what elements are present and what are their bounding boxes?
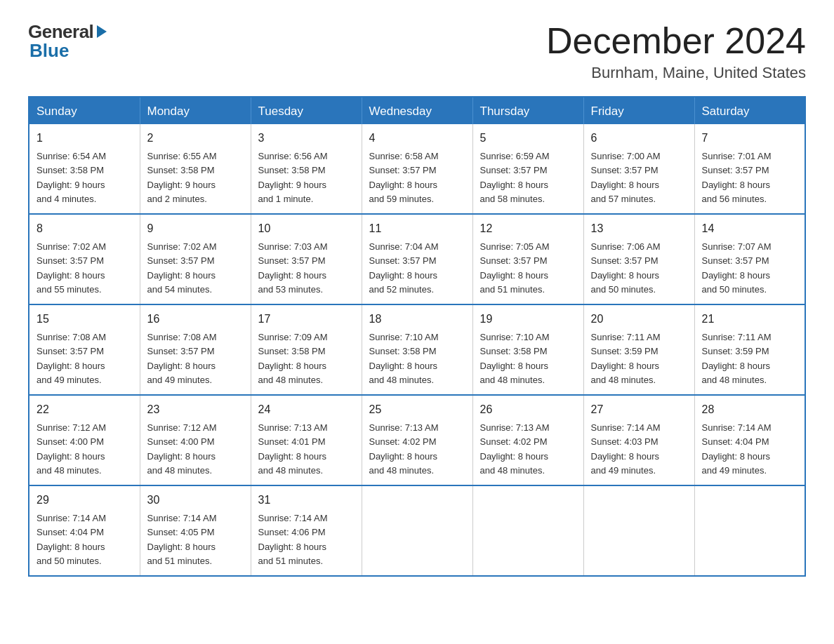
day-number: 21 <box>702 311 798 328</box>
day-number: 10 <box>258 220 355 237</box>
table-row: 22 Sunrise: 7:12 AMSunset: 4:00 PMDaylig… <box>29 395 140 485</box>
table-row: 5 Sunrise: 6:59 AMSunset: 3:57 PMDayligh… <box>472 124 583 214</box>
day-info: Sunrise: 7:02 AMSunset: 3:57 PMDaylight:… <box>147 241 217 295</box>
calendar-table: Sunday Monday Tuesday Wednesday Thursday… <box>28 96 806 577</box>
table-row <box>583 485 694 576</box>
day-info: Sunrise: 7:03 AMSunset: 3:57 PMDaylight:… <box>258 241 328 295</box>
day-info: Sunrise: 7:14 AMSunset: 4:06 PMDaylight:… <box>258 513 328 566</box>
day-info: Sunrise: 7:07 AMSunset: 3:57 PMDaylight:… <box>702 241 772 295</box>
table-row: 17 Sunrise: 7:09 AMSunset: 3:58 PMDaylig… <box>251 304 362 395</box>
table-row: 29 Sunrise: 7:14 AMSunset: 4:04 PMDaylig… <box>29 485 140 576</box>
day-number: 3 <box>258 130 355 147</box>
col-wednesday: Wednesday <box>362 97 472 124</box>
day-info: Sunrise: 7:11 AMSunset: 3:59 PMDaylight:… <box>591 332 661 385</box>
table-row: 11 Sunrise: 7:04 AMSunset: 3:57 PMDaylig… <box>362 214 472 304</box>
table-row: 23 Sunrise: 7:12 AMSunset: 4:00 PMDaylig… <box>140 395 251 485</box>
page-header: General Blue December 2024 Burnham, Main… <box>28 21 806 82</box>
table-row: 15 Sunrise: 7:08 AMSunset: 3:57 PMDaylig… <box>29 304 140 395</box>
table-row: 8 Sunrise: 7:02 AMSunset: 3:57 PMDayligh… <box>29 214 140 304</box>
day-info: Sunrise: 7:13 AMSunset: 4:01 PMDaylight:… <box>258 422 328 476</box>
table-row <box>694 485 805 576</box>
day-info: Sunrise: 7:13 AMSunset: 4:02 PMDaylight:… <box>369 422 439 476</box>
day-number: 28 <box>702 401 798 418</box>
logo: General Blue <box>28 21 110 62</box>
table-row: 7 Sunrise: 7:01 AMSunset: 3:57 PMDayligh… <box>694 124 805 214</box>
day-number: 15 <box>37 311 133 328</box>
table-row: 24 Sunrise: 7:13 AMSunset: 4:01 PMDaylig… <box>251 395 362 485</box>
table-row: 21 Sunrise: 7:11 AMSunset: 3:59 PMDaylig… <box>694 304 805 395</box>
day-number: 30 <box>147 492 244 509</box>
day-number: 7 <box>702 130 798 147</box>
table-row: 2 Sunrise: 6:55 AMSunset: 3:58 PMDayligh… <box>140 124 251 214</box>
day-number: 11 <box>369 220 465 237</box>
svg-marker-0 <box>97 25 107 38</box>
day-info: Sunrise: 7:11 AMSunset: 3:59 PMDaylight:… <box>702 332 772 385</box>
table-row: 9 Sunrise: 7:02 AMSunset: 3:57 PMDayligh… <box>140 214 251 304</box>
table-row: 28 Sunrise: 7:14 AMSunset: 4:04 PMDaylig… <box>694 395 805 485</box>
table-row: 20 Sunrise: 7:11 AMSunset: 3:59 PMDaylig… <box>583 304 694 395</box>
day-info: Sunrise: 7:01 AMSunset: 3:57 PMDaylight:… <box>702 151 772 204</box>
day-number: 17 <box>258 311 355 328</box>
table-row: 19 Sunrise: 7:10 AMSunset: 3:58 PMDaylig… <box>472 304 583 395</box>
col-thursday: Thursday <box>472 97 583 124</box>
day-info: Sunrise: 7:14 AMSunset: 4:05 PMDaylight:… <box>147 513 217 566</box>
day-info: Sunrise: 7:14 AMSunset: 4:04 PMDaylight:… <box>702 422 772 476</box>
day-number: 31 <box>258 492 355 509</box>
calendar-week-5: 29 Sunrise: 7:14 AMSunset: 4:04 PMDaylig… <box>29 485 805 576</box>
calendar-week-2: 8 Sunrise: 7:02 AMSunset: 3:57 PMDayligh… <box>29 214 805 304</box>
day-number: 23 <box>147 401 244 418</box>
calendar-header-row: Sunday Monday Tuesday Wednesday Thursday… <box>29 97 805 124</box>
table-row: 4 Sunrise: 6:58 AMSunset: 3:57 PMDayligh… <box>362 124 472 214</box>
col-monday: Monday <box>140 97 251 124</box>
day-number: 19 <box>480 311 576 328</box>
day-number: 1 <box>37 130 133 147</box>
day-number: 4 <box>369 130 465 147</box>
col-sunday: Sunday <box>29 97 140 124</box>
day-info: Sunrise: 7:06 AMSunset: 3:57 PMDaylight:… <box>591 241 661 295</box>
day-info: Sunrise: 6:59 AMSunset: 3:57 PMDaylight:… <box>480 151 550 204</box>
table-row: 1 Sunrise: 6:54 AMSunset: 3:58 PMDayligh… <box>29 124 140 214</box>
day-number: 6 <box>591 130 687 147</box>
day-number: 27 <box>591 401 687 418</box>
day-info: Sunrise: 7:09 AMSunset: 3:58 PMDaylight:… <box>258 332 328 385</box>
day-info: Sunrise: 7:05 AMSunset: 3:57 PMDaylight:… <box>480 241 550 295</box>
day-number: 20 <box>591 311 687 328</box>
day-info: Sunrise: 7:04 AMSunset: 3:57 PMDaylight:… <box>369 241 439 295</box>
table-row: 27 Sunrise: 7:14 AMSunset: 4:03 PMDaylig… <box>583 395 694 485</box>
day-number: 13 <box>591 220 687 237</box>
day-number: 26 <box>480 401 576 418</box>
table-row: 3 Sunrise: 6:56 AMSunset: 3:58 PMDayligh… <box>251 124 362 214</box>
logo-blue-text: Blue <box>29 40 69 61</box>
day-number: 2 <box>147 130 244 147</box>
day-number: 24 <box>258 401 355 418</box>
day-info: Sunrise: 7:14 AMSunset: 4:04 PMDaylight:… <box>37 513 106 566</box>
day-number: 9 <box>147 220 244 237</box>
col-saturday: Saturday <box>694 97 805 124</box>
table-row: 30 Sunrise: 7:14 AMSunset: 4:05 PMDaylig… <box>140 485 251 576</box>
day-number: 14 <box>702 220 798 237</box>
table-row: 16 Sunrise: 7:08 AMSunset: 3:57 PMDaylig… <box>140 304 251 395</box>
day-number: 25 <box>369 401 465 418</box>
day-info: Sunrise: 7:12 AMSunset: 4:00 PMDaylight:… <box>147 422 217 476</box>
day-info: Sunrise: 6:54 AMSunset: 3:58 PMDaylight:… <box>37 151 106 204</box>
col-tuesday: Tuesday <box>251 97 362 124</box>
day-number: 16 <box>147 311 244 328</box>
day-info: Sunrise: 7:02 AMSunset: 3:57 PMDaylight:… <box>37 241 106 295</box>
day-info: Sunrise: 7:08 AMSunset: 3:57 PMDaylight:… <box>147 332 217 385</box>
day-info: Sunrise: 6:58 AMSunset: 3:57 PMDaylight:… <box>369 151 439 204</box>
month-year-title: December 2024 <box>546 21 806 61</box>
calendar-week-3: 15 Sunrise: 7:08 AMSunset: 3:57 PMDaylig… <box>29 304 805 395</box>
day-info: Sunrise: 7:10 AMSunset: 3:58 PMDaylight:… <box>480 332 550 385</box>
day-info: Sunrise: 7:10 AMSunset: 3:58 PMDaylight:… <box>369 332 439 385</box>
table-row <box>472 485 583 576</box>
table-row: 10 Sunrise: 7:03 AMSunset: 3:57 PMDaylig… <box>251 214 362 304</box>
day-info: Sunrise: 7:12 AMSunset: 4:00 PMDaylight:… <box>37 422 106 476</box>
table-row: 6 Sunrise: 7:00 AMSunset: 3:57 PMDayligh… <box>583 124 694 214</box>
table-row: 26 Sunrise: 7:13 AMSunset: 4:02 PMDaylig… <box>472 395 583 485</box>
table-row <box>362 485 472 576</box>
day-number: 29 <box>37 492 133 509</box>
day-number: 22 <box>37 401 133 418</box>
day-info: Sunrise: 7:00 AMSunset: 3:57 PMDaylight:… <box>591 151 661 204</box>
day-info: Sunrise: 7:13 AMSunset: 4:02 PMDaylight:… <box>480 422 550 476</box>
calendar-week-4: 22 Sunrise: 7:12 AMSunset: 4:00 PMDaylig… <box>29 395 805 485</box>
